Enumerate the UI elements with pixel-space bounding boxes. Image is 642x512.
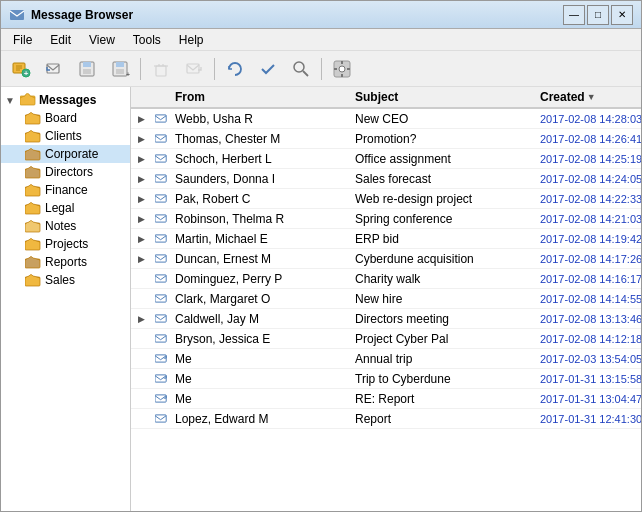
row-expand[interactable]: ▶ xyxy=(131,314,151,324)
row-expand[interactable]: ▶ xyxy=(131,214,151,224)
delete-button[interactable] xyxy=(145,55,177,83)
table-row[interactable]: ▶ Thomas, Chester MPromotion?2017-02-08 … xyxy=(131,129,641,149)
sidebar-item-label: Legal xyxy=(45,201,74,215)
svg-line-21 xyxy=(303,71,308,76)
sidebar-item-legal[interactable]: Legal xyxy=(1,199,130,217)
svg-rect-15 xyxy=(156,66,166,76)
expand-arrow-icon: ▶ xyxy=(138,154,145,164)
table-row[interactable]: Lopez, Edward MReport2017-01-31 12:41:30… xyxy=(131,409,641,429)
maximize-button[interactable]: □ xyxy=(587,5,609,25)
sidebar-root[interactable]: ▼ Messages xyxy=(1,91,130,109)
table-row[interactable]: Dominguez, Perry PCharity walk2017-02-08… xyxy=(131,269,641,289)
sidebar-item-finance[interactable]: Finance xyxy=(1,181,130,199)
menu-tools[interactable]: Tools xyxy=(125,31,169,49)
messages-folder-icon xyxy=(20,93,36,107)
folder-icon-projects xyxy=(25,238,41,251)
refresh-button[interactable] xyxy=(219,55,251,83)
svg-rect-37 xyxy=(25,259,40,268)
row-expand[interactable]: ▶ xyxy=(131,254,151,264)
envelope-icon xyxy=(155,273,167,284)
sidebar-item-corporate[interactable]: Corporate xyxy=(1,145,130,163)
table-row[interactable]: ▶ Robinson, Thelma RSpring conference201… xyxy=(131,209,641,229)
svg-rect-49 xyxy=(155,315,166,322)
sidebar-item-clients[interactable]: Clients xyxy=(1,127,130,145)
row-subject: Directors meeting xyxy=(351,312,536,326)
table-row[interactable]: ▶ Caldwell, Jay MDirectors meeting2017-0… xyxy=(131,309,641,329)
menu-edit[interactable]: Edit xyxy=(42,31,79,49)
row-from: Clark, Margaret O xyxy=(171,292,351,306)
reply-button[interactable] xyxy=(38,55,70,83)
table-row[interactable]: MeAnnual trip2017-02-03 13:54:05 xyxy=(131,349,641,369)
new-message-button[interactable]: + xyxy=(5,55,37,83)
svg-rect-19 xyxy=(187,64,199,73)
close-button[interactable]: ✕ xyxy=(611,5,633,25)
minimize-button[interactable]: — xyxy=(563,5,585,25)
menu-help[interactable]: Help xyxy=(171,31,212,49)
row-expand[interactable]: ▶ xyxy=(131,234,151,244)
mark-button[interactable] xyxy=(252,55,284,83)
svg-rect-30 xyxy=(25,133,40,142)
envelope-icon xyxy=(155,213,167,224)
svg-rect-46 xyxy=(155,255,166,262)
svg-rect-13 xyxy=(116,69,124,74)
col-from[interactable]: From xyxy=(171,90,351,104)
row-subject: Cyberdune acquisition xyxy=(351,252,536,266)
col-subject[interactable]: Subject xyxy=(351,90,536,104)
svg-text:+: + xyxy=(24,69,29,78)
svg-rect-29 xyxy=(25,115,40,124)
settings-button[interactable] xyxy=(326,55,358,83)
expand-arrow-icon: ▶ xyxy=(138,194,145,204)
sidebar-item-reports[interactable]: Reports xyxy=(1,253,130,271)
row-from: Dominguez, Perry P xyxy=(171,272,351,286)
table-row[interactable]: MeRE: Report2017-01-31 13:04:47 xyxy=(131,389,641,409)
table-row[interactable]: ▶ Duncan, Ernest MCyberdune acquisition2… xyxy=(131,249,641,269)
toolbar: + + xyxy=(1,51,641,87)
row-expand[interactable]: ▶ xyxy=(131,114,151,124)
col-created[interactable]: Created ▼ xyxy=(536,90,641,104)
sidebar-item-label: Corporate xyxy=(45,147,98,161)
folder-icon-finance xyxy=(25,184,41,197)
row-expand[interactable]: ▶ xyxy=(131,194,151,204)
row-expand[interactable]: ▶ xyxy=(131,134,151,144)
sidebar-root-label: Messages xyxy=(39,93,96,107)
svg-rect-0 xyxy=(10,10,24,20)
row-created: 2017-01-31 12:41:30 xyxy=(536,413,641,425)
folder-icon-clients xyxy=(25,130,41,143)
sidebar-item-notes[interactable]: Notes xyxy=(1,217,130,235)
app-icon xyxy=(9,7,25,23)
sidebar-item-directors[interactable]: Directors xyxy=(1,163,130,181)
sidebar-item-label: Reports xyxy=(45,255,87,269)
expand-arrow-icon: ▶ xyxy=(138,234,145,244)
row-created: 2017-02-08 14:24:05 xyxy=(536,173,641,185)
table-row[interactable]: ▶ Saunders, Donna ISales forecast2017-02… xyxy=(131,169,641,189)
row-subject: Spring conference xyxy=(351,212,536,226)
svg-rect-43 xyxy=(155,195,166,202)
envelope-icon xyxy=(155,333,167,344)
table-row[interactable]: Bryson, Jessica EProject Cyber Pal2017-0… xyxy=(131,329,641,349)
separator-3 xyxy=(321,58,322,80)
table-row[interactable]: ▶ Pak, Robert CWeb re-design project2017… xyxy=(131,189,641,209)
table-row[interactable]: ▶ Webb, Usha RNew CEO2017-02-08 14:28:03… xyxy=(131,109,641,129)
sidebar-item-projects[interactable]: Projects xyxy=(1,235,130,253)
row-expand[interactable]: ▶ xyxy=(131,174,151,184)
save-button[interactable] xyxy=(71,55,103,83)
table-row[interactable]: ▶ Martin, Michael EERP bid2017-02-08 14:… xyxy=(131,229,641,249)
menu-view[interactable]: View xyxy=(81,31,123,49)
save-as-button[interactable]: + xyxy=(104,55,136,83)
table-row[interactable]: Clark, Margaret ONew hire2017-02-08 14:1… xyxy=(131,289,641,309)
svg-rect-34 xyxy=(25,205,40,214)
root-expand-icon: ▼ xyxy=(5,95,17,106)
sidebar-item-sales[interactable]: Sales xyxy=(1,271,130,289)
table-row[interactable]: MeTrip to Cyberdune2017-01-31 13:15:5820… xyxy=(131,369,641,389)
menu-bar: File Edit View Tools Help xyxy=(1,29,641,51)
menu-file[interactable]: File xyxy=(5,31,40,49)
search-button[interactable] xyxy=(285,55,317,83)
row-expand[interactable]: ▶ xyxy=(131,154,151,164)
sidebar-item-board[interactable]: Board xyxy=(1,109,130,127)
row-from: Schoch, Herbert L xyxy=(171,152,351,166)
message-rows: ▶ Webb, Usha RNew CEO2017-02-08 14:28:03… xyxy=(131,109,641,511)
row-created: 2017-02-08 13:13:46 xyxy=(536,313,641,325)
sidebar-item-label: Notes xyxy=(45,219,76,233)
forward-button[interactable] xyxy=(178,55,210,83)
table-row[interactable]: ▶ Schoch, Herbert LOffice assignment2017… xyxy=(131,149,641,169)
